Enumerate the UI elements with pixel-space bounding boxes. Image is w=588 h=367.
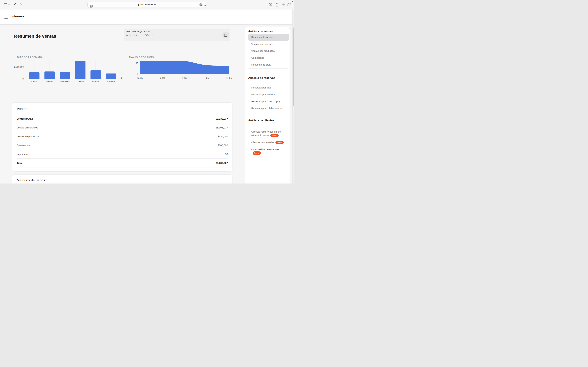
svg-text:9 AM: 9 AM xyxy=(182,77,187,79)
sales-table-row: Total$9,239,037 xyxy=(12,158,232,167)
divider xyxy=(17,167,228,167)
sidebar-item[interactable]: Comisiones xyxy=(245,54,290,61)
tab-overview-icon[interactable] xyxy=(287,0,292,9)
sales-row-value: $300,000 xyxy=(217,144,228,147)
sidebar-item[interactable]: Resumen de caja xyxy=(245,61,290,68)
sidebar-chevron-icon[interactable] xyxy=(8,0,10,9)
sales-row-value: $0 xyxy=(225,153,228,156)
sales-row-label: Ventas brutas xyxy=(17,117,33,120)
payments-card-title: Métodos de pagos: xyxy=(12,175,232,184)
sales-row-label: Ventas en productos xyxy=(17,135,39,138)
browser-toolbar: app.weibook.co A xyxy=(0,0,294,9)
sidebar-item[interactable]: Reservas por (Link o App) xyxy=(245,98,290,105)
sidebar-item-label: Resumen de ventas xyxy=(251,36,273,39)
downloads-icon[interactable] xyxy=(268,0,273,9)
svg-text:10 AM: 10 AM xyxy=(137,77,143,79)
sales-table-row: Ventas brutas$9,239,037 xyxy=(12,114,232,123)
address-bar[interactable]: app.weibook.co A xyxy=(87,2,206,8)
sales-row-label: Impuestos xyxy=(17,153,28,156)
svg-text:Martes: Martes xyxy=(46,80,53,83)
sidebar-item[interactable]: Ventas por servicios xyxy=(245,41,290,48)
sales-row-label: Ventas en servicios xyxy=(17,126,38,129)
svg-text:4 PM: 4 PM xyxy=(160,77,165,79)
sales-summary-card: Ventas: Ventas brutas$9,239,037Ventas en… xyxy=(12,102,233,172)
sidebar-item[interactable]: Reservas por estados xyxy=(245,91,290,98)
sidebar-item[interactable]: Resumen de ventas xyxy=(248,34,289,41)
sales-row-value: $8,903,037 xyxy=(216,126,228,129)
url-text: app.weibook.co xyxy=(140,3,156,6)
date-separator: – xyxy=(140,33,141,36)
sidebar-item[interactable]: Reservas por días xyxy=(245,84,290,91)
new-tab-icon[interactable] xyxy=(281,0,285,9)
sidebar-item[interactable]: Reservas por colaboradores xyxy=(245,105,290,112)
date-from-input[interactable]: 24/3/2025 xyxy=(126,34,138,38)
svg-text:Miércoles: Miércoles xyxy=(60,80,69,83)
sidebar-section-heading: Análisis de reservas xyxy=(248,76,286,80)
translate-icon[interactable]: A xyxy=(199,2,203,8)
sidebar-item[interactable]: Cumpleaños de este mesNuevo xyxy=(245,146,290,157)
area-chart-plot: 01010 AM4 PM9 AM2 PM12 PM xyxy=(126,59,232,84)
sales-row-label: Total xyxy=(17,162,23,164)
sales-table-row: Impuestos$0 xyxy=(12,150,232,158)
sidebar-item[interactable]: Clientes impuntualesNuevo xyxy=(245,139,290,146)
calendar-icon xyxy=(224,33,227,37)
sidebar-item-label: Reservas por (Link o App) xyxy=(251,100,280,103)
sidebar-toggle-icon[interactable] xyxy=(3,0,8,9)
date-range-picker: Seleccionar rango de días 24/3/2025 – 31… xyxy=(124,29,230,41)
hourly-area-chart: ANÁLISIS POR HORA 01010 AM4 PM9 AM2 PM12… xyxy=(126,55,232,84)
app-title: Informes xyxy=(11,15,24,18)
share-icon[interactable] xyxy=(275,0,279,9)
sidebar-item-label: Clientes impuntuales xyxy=(251,141,274,144)
divider xyxy=(248,127,288,127)
sidebar-item-label: Reservas por días xyxy=(251,86,271,89)
new-badge: Nuevo xyxy=(270,134,279,137)
reports-sidebar: Análisis de ventasResumen de ventasVenta… xyxy=(245,27,290,184)
svg-text:2,000,000: 2,000,000 xyxy=(14,66,24,68)
date-to-input[interactable]: 31/3/2025 xyxy=(142,34,190,38)
sales-row-value: $336,000 xyxy=(217,135,228,138)
sidebar-section: Análisis de ventasResumen de ventasVenta… xyxy=(245,30,290,69)
svg-text:0: 0 xyxy=(23,78,24,80)
sales-table-row: Descuentos$300,000 xyxy=(12,141,232,150)
sidebar-item-label: Ventas por servicios xyxy=(251,43,273,45)
sidebar-item-label: Reservas por colaboradores xyxy=(251,107,282,110)
notification-dot xyxy=(292,1,293,2)
sales-card-title: Ventas: xyxy=(12,103,232,114)
calendar-button[interactable] xyxy=(222,32,229,38)
svg-text:Viernes: Viernes xyxy=(92,80,99,83)
sales-table-row: Ventas en servicios$8,903,037 xyxy=(12,123,232,132)
scrollbar-thumb[interactable] xyxy=(293,27,294,106)
svg-text:12 PM: 12 PM xyxy=(226,77,232,79)
payment-methods-card: Métodos de pagos: xyxy=(12,175,233,184)
back-button[interactable] xyxy=(13,0,17,9)
page-title: Resumen de ventas xyxy=(14,34,56,39)
sales-table-row: Ventas en productos$336,000 xyxy=(12,132,232,141)
svg-text:Lunes: Lunes xyxy=(31,80,37,83)
new-badge: Nuevo xyxy=(253,151,261,155)
sidebar-section: Análisis de clientesClientes recurrentes… xyxy=(245,119,290,157)
sidebar-item[interactable]: Clientes recurrentes en los últimos 2 me… xyxy=(245,128,290,139)
window-scrollbar[interactable] xyxy=(292,9,294,184)
forward-button[interactable] xyxy=(19,0,23,9)
divider xyxy=(248,68,288,69)
sales-row-value: $9,239,037 xyxy=(216,117,228,120)
app-header: Informes xyxy=(0,9,294,25)
svg-text:0: 0 xyxy=(137,73,138,75)
sidebar-section-heading: Análisis de ventas xyxy=(248,30,286,33)
bar-chart-plot: 02,000,000LunesMartesMiércolesJuevesVier… xyxy=(11,59,122,84)
sidebar-item[interactable]: Ventas por productos xyxy=(245,48,290,54)
sidebar-item-label: Ventas por productos xyxy=(251,50,275,52)
svg-text:Jueves: Jueves xyxy=(77,80,84,83)
reload-icon[interactable] xyxy=(203,2,207,8)
sidebar-item-label: Cumpleaños de este mes xyxy=(251,148,279,151)
sidebar-section: Análisis de reservasReservas por díasRes… xyxy=(245,76,290,112)
date-range-label: Seleccionar rango de días xyxy=(126,30,150,33)
bar-chart-title: DÍAS DE LA SEMANA xyxy=(17,55,122,59)
menu-icon[interactable] xyxy=(4,16,8,18)
sales-row-label: Descuentos xyxy=(17,144,30,147)
sidebar-item-label: Comisiones xyxy=(251,56,264,59)
svg-text:Sábado: Sábado xyxy=(107,80,115,83)
sidebar-item-label: Reservas por estados xyxy=(251,93,275,96)
sales-row-value: $9,239,037 xyxy=(216,162,228,164)
safari-window: app.weibook.co A xyxy=(0,0,294,184)
